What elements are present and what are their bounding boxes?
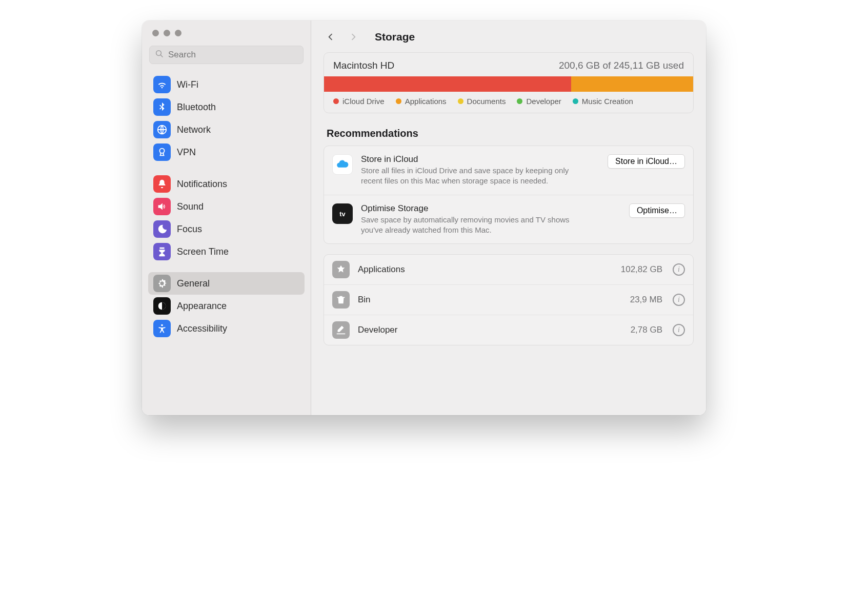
legend-dot-icon — [396, 98, 401, 104]
recommendations-heading: Recommendations — [324, 113, 694, 146]
legend-label: Music Creation — [582, 97, 633, 106]
sound-icon — [153, 198, 171, 215]
sidebar-item-label: General — [177, 278, 210, 289]
storage-bar-segment-icloud — [324, 76, 571, 92]
sidebar-item-label: Appearance — [177, 301, 227, 312]
legend-label: iCloud Drive — [342, 97, 385, 106]
appearance-icon — [153, 297, 171, 315]
developer-icon — [332, 321, 350, 339]
category-size: 23,9 MB — [630, 295, 662, 305]
network-icon — [153, 121, 171, 138]
legend-dot-icon — [517, 98, 522, 104]
appletv-icon: tv — [332, 203, 353, 224]
svg-text:tv: tv — [339, 210, 346, 217]
sidebar-item-network[interactable]: Network — [148, 118, 305, 141]
category-row-bin[interactable]: Bin 23,9 MB i — [324, 284, 693, 315]
bin-icon — [332, 291, 350, 309]
legend-label: Documents — [467, 97, 506, 106]
applications-icon — [332, 261, 350, 278]
sidebar-item-vpn[interactable]: VPN — [148, 141, 305, 163]
recommendation-title: Store in iCloud — [361, 154, 599, 165]
page-title: Storage — [375, 31, 415, 43]
sidebar-item-label: Bluetooth — [177, 102, 216, 113]
legend-item-documents: Documents — [458, 97, 506, 106]
sidebar-item-general[interactable]: General — [148, 272, 305, 295]
legend-item-developer: Developer — [517, 97, 561, 106]
focus-icon — [153, 220, 171, 238]
nav-back-button[interactable] — [326, 32, 336, 42]
category-row-applications[interactable]: Applications 102,82 GB i — [324, 255, 693, 284]
legend-dot-icon — [573, 98, 578, 104]
search-icon — [155, 49, 164, 60]
category-size: 2,78 GB — [631, 325, 662, 335]
screentime-icon — [153, 243, 171, 260]
close-window-button[interactable] — [152, 30, 159, 36]
minimize-window-button[interactable] — [164, 30, 170, 36]
sidebar-item-label: Network — [177, 125, 211, 135]
sidebar-item-sound[interactable]: Sound — [148, 195, 305, 218]
optimise-button[interactable]: Optimise… — [629, 203, 685, 218]
legend-item-music: Music Creation — [573, 97, 633, 106]
sidebar-item-label: Wi-Fi — [177, 79, 198, 90]
recommendation-description: Store all files in iCloud Drive and save… — [361, 166, 576, 187]
category-size: 102,82 GB — [621, 264, 662, 275]
storage-bar — [324, 76, 693, 92]
legend-dot-icon — [333, 98, 339, 104]
store-in-icloud-button[interactable]: Store in iCloud… — [608, 154, 685, 169]
category-row-developer[interactable]: Developer 2,78 GB i — [324, 315, 693, 345]
search-input[interactable] — [168, 50, 298, 60]
svg-point-5 — [161, 324, 163, 326]
sidebar-item-label: Accessibility — [177, 323, 227, 334]
sidebar-item-appearance[interactable]: Appearance — [148, 295, 305, 317]
recommendation-description: Save space by automatically removing mov… — [361, 215, 576, 236]
sidebar-item-screentime[interactable]: Screen Time — [148, 240, 305, 263]
sidebar-item-wifi[interactable]: Wi-Fi — [148, 73, 305, 96]
search-field[interactable] — [149, 46, 304, 64]
storage-legend: iCloud DriveApplicationsDocumentsDevelop… — [324, 92, 693, 113]
wifi-icon — [153, 76, 171, 93]
sidebar-item-label: Notifications — [177, 179, 227, 190]
recommendation-title: Optimise Storage — [361, 203, 621, 214]
sidebar-list: Wi-Fi Bluetooth Network — [142, 73, 311, 415]
legend-label: Developer — [526, 97, 561, 106]
sidebar-item-focus[interactable]: Focus — [148, 218, 305, 240]
notifications-icon — [153, 175, 171, 193]
sidebar-item-accessibility[interactable]: Accessibility — [148, 317, 305, 340]
storage-categories-card: Applications 102,82 GB i Bin 23,9 MB i D… — [324, 254, 694, 345]
legend-item-applications: Applications — [396, 97, 447, 106]
category-label: Applications — [358, 264, 613, 275]
system-settings-window: Wi-Fi Bluetooth Network — [142, 20, 706, 415]
recommendation-store-in-icloud: Store in iCloud Store all files in iClou… — [324, 146, 693, 195]
category-label: Developer — [358, 325, 622, 335]
sidebar-item-label: VPN — [177, 147, 196, 158]
general-icon — [153, 275, 171, 292]
disk-name: Macintosh HD — [333, 60, 394, 71]
nav-forward-button[interactable] — [348, 32, 358, 42]
svg-point-3 — [159, 149, 164, 153]
legend-item-icloud: iCloud Drive — [333, 97, 385, 106]
legend-label: Applications — [405, 97, 447, 106]
accessibility-icon — [153, 320, 171, 337]
legend-dot-icon — [458, 98, 463, 104]
sidebar-item-notifications[interactable]: Notifications — [148, 173, 305, 195]
disk-usage-card: Macintosh HD 200,6 GB of 245,11 GB used … — [324, 52, 694, 113]
window-controls — [142, 27, 311, 46]
recommendations-card: Store in iCloud Store all files in iClou… — [324, 146, 694, 244]
zoom-window-button[interactable] — [175, 30, 181, 36]
bluetooth-icon — [153, 98, 171, 116]
titlebar: Storage — [324, 29, 694, 52]
category-label: Bin — [358, 295, 622, 305]
vpn-icon — [153, 143, 171, 161]
svg-line-1 — [160, 55, 163, 57]
storage-bar-segment-applications — [571, 76, 693, 92]
sidebar-item-bluetooth[interactable]: Bluetooth — [148, 96, 305, 118]
info-button[interactable]: i — [673, 294, 685, 306]
disk-used-text: 200,6 GB of 245,11 GB used — [559, 60, 684, 71]
info-button[interactable]: i — [673, 263, 685, 276]
sidebar: Wi-Fi Bluetooth Network — [142, 20, 311, 415]
sidebar-item-label: Focus — [177, 224, 202, 235]
info-button[interactable]: i — [673, 324, 685, 336]
content-pane: Storage Macintosh HD 200,6 GB of 245,11 … — [311, 20, 706, 415]
recommendation-optimise-storage: tv Optimise Storage Save space by automa… — [324, 195, 693, 244]
sidebar-item-label: Sound — [177, 201, 204, 212]
